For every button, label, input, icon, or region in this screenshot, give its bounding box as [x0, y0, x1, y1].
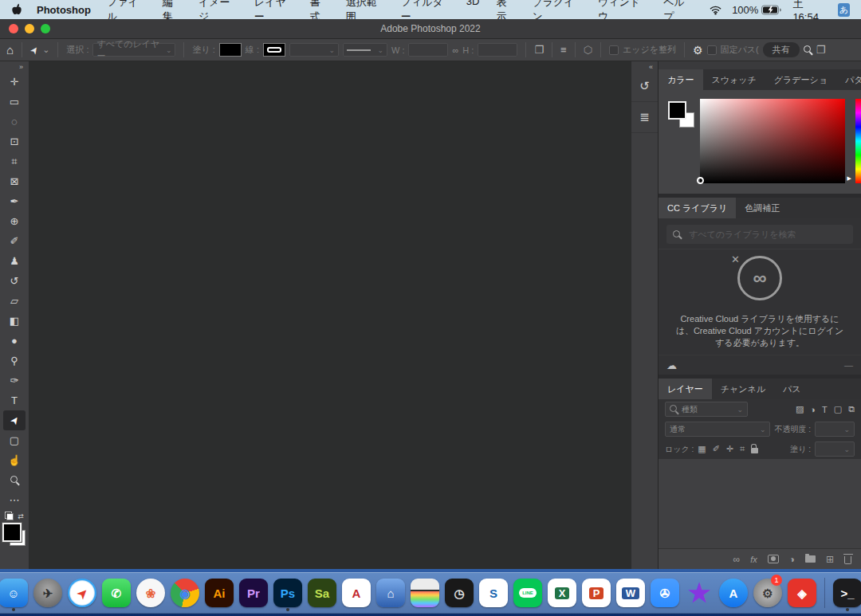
- filter-pixel-layers-icon[interactable]: ▨: [796, 404, 804, 414]
- apple-menu[interactable]: [11, 3, 22, 16]
- home-icon[interactable]: ⌂: [6, 43, 14, 57]
- edit-toolbar[interactable]: ⋯: [3, 490, 26, 510]
- tab-パス[interactable]: パス: [774, 379, 810, 399]
- layer-filter-dropdown[interactable]: 種類 ⌄: [665, 402, 748, 417]
- lock-transparent-pixels-icon[interactable]: ▦: [698, 444, 706, 454]
- lock-image-pixels-icon[interactable]: ✐: [713, 444, 720, 454]
- panel-resize-handle[interactable]: —: [844, 360, 853, 370]
- new-layer-icon[interactable]: ⊞: [826, 554, 834, 565]
- library-search-input[interactable]: [687, 229, 847, 240]
- select-layer-dropdown[interactable]: すべてのレイヤー ⌄: [92, 43, 175, 57]
- layer-arrangement-icon[interactable]: ❐: [534, 44, 544, 56]
- title-bar[interactable]: Adobe Photoshop 2022: [0, 19, 861, 39]
- dock-disk-speed-test[interactable]: ◷: [444, 575, 474, 611]
- hand-tool[interactable]: ☝: [3, 450, 26, 470]
- swap-colors-icon[interactable]: ⇄: [18, 512, 24, 520]
- align-edges-checkbox[interactable]: [609, 45, 619, 55]
- dock-safari[interactable]: ➤: [67, 575, 97, 611]
- panel-collapse-icon[interactable]: «: [649, 61, 658, 71]
- layer-list[interactable]: [659, 459, 861, 548]
- dock-substance-sampler[interactable]: Sa: [307, 575, 337, 611]
- dock-red-utility-app[interactable]: ◈: [787, 575, 817, 611]
- dock-excel[interactable]: X: [547, 575, 577, 611]
- wifi-icon[interactable]: [710, 5, 721, 15]
- dock-facetime[interactable]: ✆: [101, 575, 132, 611]
- link-dimensions-icon[interactable]: ∞: [452, 45, 458, 55]
- zoom-window-button[interactable]: [41, 24, 50, 33]
- tool-preset-chevron-icon[interactable]: ⌄: [42, 45, 49, 55]
- stroke-width-dropdown[interactable]: ⌄: [289, 43, 339, 57]
- eraser-tool[interactable]: ▱: [3, 291, 26, 311]
- library-search-box[interactable]: [666, 225, 853, 244]
- path-selection-tool[interactable]: ➤: [3, 410, 26, 430]
- filter-type-layers-icon[interactable]: T: [822, 405, 828, 414]
- dock-finder[interactable]: ☺: [0, 575, 29, 611]
- workspace-switcher-icon[interactable]: ❐: [816, 44, 826, 56]
- dock-terminal[interactable]: >_: [832, 575, 861, 611]
- dock-powerpoint[interactable]: P: [581, 575, 611, 611]
- tab-レイヤー[interactable]: レイヤー: [659, 379, 712, 399]
- saturation-brightness-field[interactable]: [700, 99, 845, 183]
- dock-system-preferences[interactable]: ⚙1: [753, 575, 783, 611]
- height-field[interactable]: [478, 43, 517, 57]
- dock-imovie[interactable]: ★: [684, 575, 714, 611]
- tab-CC ライブラリ[interactable]: CC ライブラリ: [659, 198, 736, 218]
- 3d-mode-icon[interactable]: ⬡: [584, 44, 592, 56]
- default-colors-icon[interactable]: [5, 512, 14, 520]
- move-tool[interactable]: ✛: [3, 72, 26, 92]
- lock-all-icon[interactable]: [751, 448, 758, 453]
- properties-panel-icon[interactable]: ≣: [631, 102, 659, 133]
- dock-photos[interactable]: ❀: [136, 575, 166, 611]
- input-source-icon[interactable]: あ: [838, 3, 850, 17]
- new-group-icon[interactable]: [805, 555, 816, 563]
- dock-premiere-pro[interactable]: Pr: [238, 575, 269, 611]
- dock-autocad[interactable]: A: [341, 575, 372, 611]
- filter-shape-layers-icon[interactable]: ▢: [834, 404, 842, 414]
- delete-layer-icon[interactable]: [844, 556, 851, 564]
- foreground-color-swatch[interactable]: [668, 101, 686, 120]
- gradient-tool[interactable]: ◧: [3, 311, 26, 331]
- stroke-type-dropdown[interactable]: ⌄: [343, 43, 387, 57]
- frame-tool[interactable]: ⊠: [3, 171, 26, 191]
- search-icon[interactable]: [804, 45, 812, 54]
- color-picker-cursor[interactable]: [697, 177, 704, 184]
- tab-チャンネル[interactable]: チャンネル: [712, 379, 774, 399]
- battery-status[interactable]: 100%: [732, 4, 782, 16]
- dock-sketchup[interactable]: S: [478, 575, 509, 611]
- dock-line[interactable]: LINE: [513, 575, 543, 611]
- gear-icon[interactable]: ⚙: [693, 44, 703, 57]
- filter-smart-objects-icon[interactable]: ⧉: [848, 404, 855, 414]
- crop-tool[interactable]: ⌗: [3, 151, 26, 171]
- zoom-tool[interactable]: [3, 470, 26, 490]
- current-tool-icon[interactable]: ➤: [27, 43, 41, 56]
- dock-zoom[interactable]: ✇: [650, 575, 680, 611]
- tab-カラー[interactable]: カラー: [659, 69, 703, 90]
- blur-tool[interactable]: ●: [3, 331, 26, 351]
- dock-word[interactable]: W: [615, 575, 646, 611]
- eyedropper-tool[interactable]: ✒: [3, 191, 26, 211]
- brush-tool[interactable]: ✐: [3, 231, 26, 251]
- hue-slider[interactable]: [855, 99, 861, 183]
- add-layer-mask-icon[interactable]: [768, 555, 779, 563]
- clone-stamp-tool[interactable]: ♟: [3, 251, 26, 271]
- toolbar-collapse-icon[interactable]: »: [19, 61, 29, 72]
- width-field[interactable]: [408, 43, 448, 57]
- tab-色調補正[interactable]: 色調補正: [736, 198, 788, 218]
- dock-sweet-home-3d[interactable]: ⌂: [375, 575, 406, 611]
- close-button[interactable]: [9, 24, 18, 33]
- pen-tool[interactable]: ✑: [3, 371, 26, 390]
- link-layers-icon[interactable]: ∞: [733, 554, 741, 565]
- dock-chrome[interactable]: ◉: [170, 575, 200, 611]
- fill-opacity-field[interactable]: ⌄: [815, 441, 855, 457]
- lock-artboard-icon[interactable]: ⌗: [740, 444, 745, 454]
- foreground-color-swatch[interactable]: [2, 523, 22, 542]
- dock-launchpad[interactable]: ✈: [33, 575, 63, 611]
- tab-スウォッチ[interactable]: スウォッチ: [703, 69, 765, 90]
- canvas-area[interactable]: [29, 61, 631, 569]
- dock-final-cut-pro[interactable]: [410, 575, 440, 611]
- minimize-button[interactable]: [25, 24, 34, 33]
- cloud-sync-icon[interactable]: ☁: [666, 359, 677, 371]
- dodge-tool[interactable]: ⚲: [3, 351, 26, 371]
- share-button[interactable]: 共有: [763, 42, 800, 57]
- spot-healing-brush-tool[interactable]: ⊕: [3, 211, 26, 231]
